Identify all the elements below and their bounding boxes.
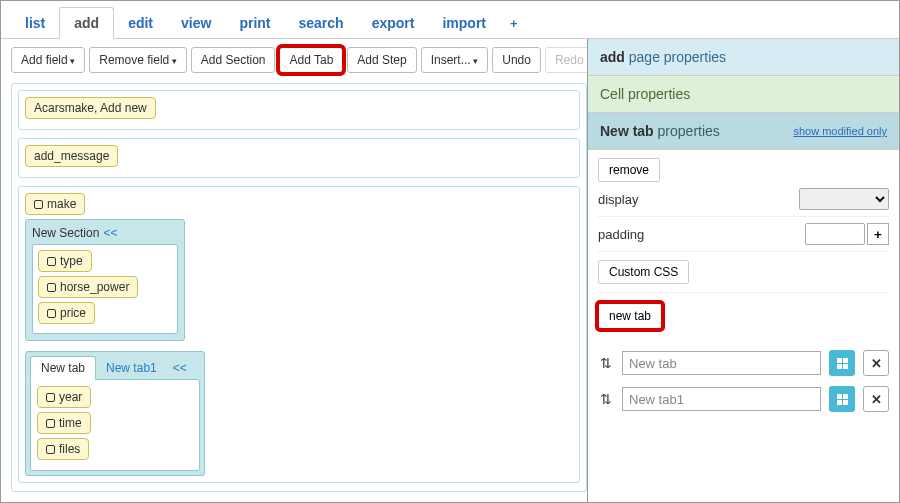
prop-display: display xyxy=(598,182,889,217)
add-tab-button[interactable]: Add Tab xyxy=(279,47,343,73)
field-time[interactable]: time xyxy=(37,412,91,434)
tab-delete-button[interactable]: ✕ xyxy=(863,386,889,412)
tab-details-button[interactable] xyxy=(829,350,855,376)
checkbox-icon xyxy=(46,445,55,454)
insert-button[interactable]: Insert... xyxy=(421,47,489,73)
panel-title-rest: properties xyxy=(654,123,720,139)
field-horse-power[interactable]: horse_power xyxy=(38,276,138,298)
checkbox-icon xyxy=(47,309,56,318)
new-tab-properties-header[interactable]: New tab properties show modified only xyxy=(588,113,899,150)
inner-tab-0[interactable]: New tab xyxy=(30,356,96,380)
message-block: add_message xyxy=(18,138,580,178)
designer-canvas: Acarsmake, Add new add_message make New … xyxy=(11,83,587,492)
checkbox-icon xyxy=(46,393,55,402)
panel-title-strong: add xyxy=(600,49,625,65)
collapse-tabs-icon[interactable]: << xyxy=(173,361,187,375)
field-files[interactable]: files xyxy=(37,438,89,460)
tab-list: ⇅ ✕ ⇅ ✕ xyxy=(598,345,889,417)
tab-add[interactable]: add xyxy=(59,7,114,39)
tab-details-button[interactable] xyxy=(829,386,855,412)
tab-name-input[interactable] xyxy=(622,387,821,411)
tab-edit[interactable]: edit xyxy=(114,8,167,38)
tab-delete-button[interactable]: ✕ xyxy=(863,350,889,376)
tab-search[interactable]: search xyxy=(284,8,357,38)
tab-import[interactable]: import xyxy=(428,8,500,38)
tab-print[interactable]: print xyxy=(225,8,284,38)
panel-title-strong: New tab xyxy=(600,123,654,139)
undo-button[interactable]: Undo xyxy=(492,47,541,73)
top-tab-bar: list add edit view print search export i… xyxy=(1,1,899,39)
padding-label: padding xyxy=(598,227,644,242)
add-page-properties-header[interactable]: add page properties xyxy=(588,39,899,76)
add-section-button[interactable]: Add Section xyxy=(191,47,276,73)
grid-icon xyxy=(837,358,848,369)
panel-title-rest: page properties xyxy=(625,49,726,65)
field-price[interactable]: price xyxy=(38,302,95,324)
add-field-button[interactable]: Add field xyxy=(11,47,85,73)
inner-tab-1[interactable]: New tab1 xyxy=(96,357,167,379)
properties-body: remove display padding + Custom CSS new … xyxy=(588,150,899,503)
tab-name-input[interactable] xyxy=(622,351,821,375)
show-modified-link[interactable]: show modified only xyxy=(793,125,887,137)
padding-plus-button[interactable]: + xyxy=(867,223,889,245)
inner-tab-body: year time files xyxy=(30,379,200,471)
drag-handle-icon[interactable]: ⇅ xyxy=(598,391,614,407)
field-type[interactable]: type xyxy=(38,250,92,272)
display-label: display xyxy=(598,192,638,207)
add-message-pill[interactable]: add_message xyxy=(25,145,118,167)
breadcrumb-block: Acarsmake, Add new xyxy=(18,90,580,130)
prop-padding: padding + xyxy=(598,217,889,252)
new-tab-button[interactable]: new tab xyxy=(598,303,662,329)
checkbox-icon xyxy=(47,257,56,266)
remove-field-button[interactable]: Remove field xyxy=(89,47,187,73)
tab-list[interactable]: list xyxy=(11,8,59,38)
remove-button[interactable]: remove xyxy=(598,158,660,182)
new-section-title: New Section xyxy=(32,226,99,240)
field-year[interactable]: year xyxy=(37,386,91,408)
display-select[interactable] xyxy=(799,188,889,210)
tab-add-new[interactable]: + xyxy=(500,9,528,38)
tab-view[interactable]: view xyxy=(167,8,225,38)
drag-handle-icon[interactable]: ⇅ xyxy=(598,355,614,371)
custom-css-button[interactable]: Custom CSS xyxy=(598,260,689,284)
field-make[interactable]: make xyxy=(25,193,85,215)
inner-tab-strip: New tab New tab1 << xyxy=(26,352,204,379)
checkbox-icon xyxy=(46,419,55,428)
inner-tab-container[interactable]: New tab New tab1 << year time files xyxy=(25,351,205,476)
breadcrumb-pill[interactable]: Acarsmake, Add new xyxy=(25,97,156,119)
grid-icon xyxy=(837,394,848,405)
tab-item: ⇅ ✕ xyxy=(598,345,889,381)
collapse-section-icon[interactable]: << xyxy=(103,226,117,240)
tab-export[interactable]: export xyxy=(358,8,429,38)
cell-properties-header[interactable]: Cell properties xyxy=(588,76,899,113)
redo-button: Redo xyxy=(545,47,587,73)
checkbox-icon xyxy=(34,200,43,209)
tab-item: ⇅ ✕ xyxy=(598,381,889,417)
add-step-button[interactable]: Add Step xyxy=(347,47,416,73)
toolbar: Add field Remove field Add Section Add T… xyxy=(11,47,587,73)
padding-input[interactable] xyxy=(805,223,865,245)
section-inner: type horse_power price xyxy=(32,244,178,334)
new-section-panel[interactable]: New Section<< type horse_power price xyxy=(25,219,185,341)
checkbox-icon xyxy=(47,283,56,292)
form-block: make New Section<< type horse_power pric… xyxy=(18,186,580,483)
